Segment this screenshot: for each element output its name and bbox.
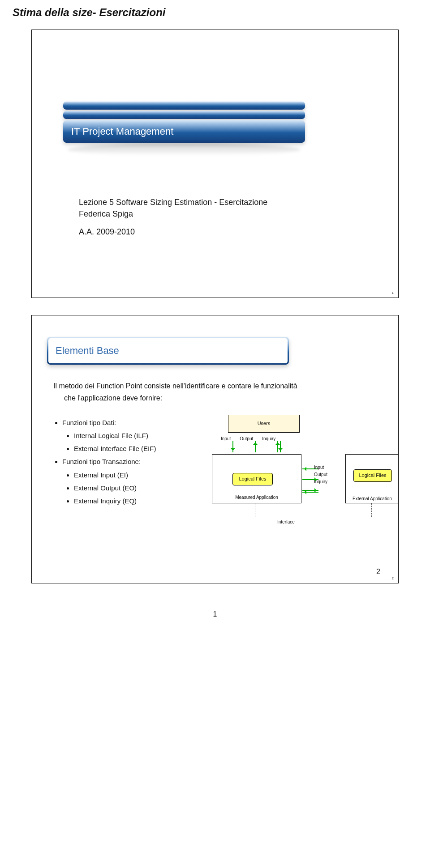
io-output: Output [240, 435, 253, 443]
list-l1a: Internal Logical File (ILF) [74, 430, 201, 441]
title-shadow [68, 143, 301, 156]
slide2-slidenum: 2 [392, 576, 394, 580]
slide1-title-stack: IT Project Management [63, 102, 305, 156]
list-l1b: External Interface File (EIF) [74, 443, 201, 454]
mid-input: Input [314, 464, 327, 471]
slide2-list: Funzioni tipo Dati: Internal Logical Fil… [53, 415, 201, 531]
interface-label: Interface [277, 519, 295, 526]
list-l2b: External Output (EO) [74, 483, 201, 493]
interface-dash-1 [255, 503, 256, 517]
diagram-mid-labels: Input Output Inquiry [314, 464, 327, 485]
footer-pagenum: 1 [0, 592, 430, 632]
diagram-top-io-labels: Input Output Inquiry [221, 435, 275, 443]
slide-1-container: IT Project Management Lezione 5 Software… [0, 21, 430, 307]
slide1-subtitle-line3: A.A. 2009-2010 [79, 226, 267, 238]
slide2-diagram: Users Input Output Inquiry Measured Appl… [201, 415, 377, 531]
list-l2: Funzioni tipo Transazione: [62, 458, 141, 465]
page-header: Stima della size- Esercitazioni [0, 0, 430, 21]
mid-output: Output [314, 471, 327, 478]
interface-dash-2 [255, 517, 371, 517]
title-bar-decor-2 [63, 111, 305, 119]
lf1-label: Logical Files [239, 475, 266, 483]
mid-inquiry: Inquiry [314, 478, 327, 485]
arrow-output-up [255, 441, 256, 452]
slide2-intro-2: che l'applicazione deve fornire: [53, 393, 377, 404]
slide1-subtitle-line2: Federica Spiga [79, 208, 267, 220]
slide-2: Elementi Base Il metodo dei Function Poi… [31, 315, 399, 583]
slide1-subtitle-block: Lezione 5 Software Sizing Estimation - E… [79, 196, 267, 238]
slide2-body: Il metodo dei Function Point consiste ne… [53, 381, 377, 531]
list-l2a: External Input (EI) [74, 470, 201, 480]
list-l1: Funzioni tipo Dati: [62, 419, 116, 426]
slide2-title-frame: Elementi Base [47, 337, 289, 365]
diagram-users-box: Users [228, 415, 300, 433]
interface-dash-3 [371, 503, 372, 517]
diagram-measured-label: Measured Application [212, 494, 301, 501]
diagram-logical-files-1: Logical Files [232, 473, 273, 485]
slide2-intro-1: Il metodo dei Function Point consiste ne… [53, 381, 377, 392]
arrow-mid-inquiry-2 [302, 492, 318, 493]
diagram-users-label: Users [258, 420, 271, 427]
arrow-inquiry-down-1 [280, 441, 281, 452]
slide1-title-bar: IT Project Management [63, 120, 305, 143]
list-l2c: External Inquiry (EQ) [74, 496, 201, 506]
slide2-title: Elementi Base [56, 345, 119, 357]
slide-1: IT Project Management Lezione 5 Software… [31, 30, 399, 298]
slide1-slidenum: 1 [392, 291, 394, 295]
io-input: Input [221, 435, 231, 443]
slide1-subtitle-line1: Lezione 5 Software Sizing Estimation - E… [79, 196, 267, 208]
io-inquiry: Inquiry [262, 435, 275, 443]
title-bar-decor-1 [63, 102, 305, 110]
slide2-columns: Funzioni tipo Dati: Internal Logical Fil… [53, 415, 377, 531]
slide2-title-inner: Elementi Base [48, 338, 288, 363]
slide2-pagenum: 2 [376, 568, 380, 576]
diagram-logical-files-2: Logical Files [353, 469, 392, 482]
arrow-input-down [232, 441, 233, 452]
slide-2-container: Elementi Base Il metodo dei Function Poi… [0, 307, 430, 592]
lf2-label: Logical Files [359, 472, 386, 479]
slide1-title: IT Project Management [71, 126, 173, 137]
diagram-external-label: External Application [345, 495, 399, 502]
